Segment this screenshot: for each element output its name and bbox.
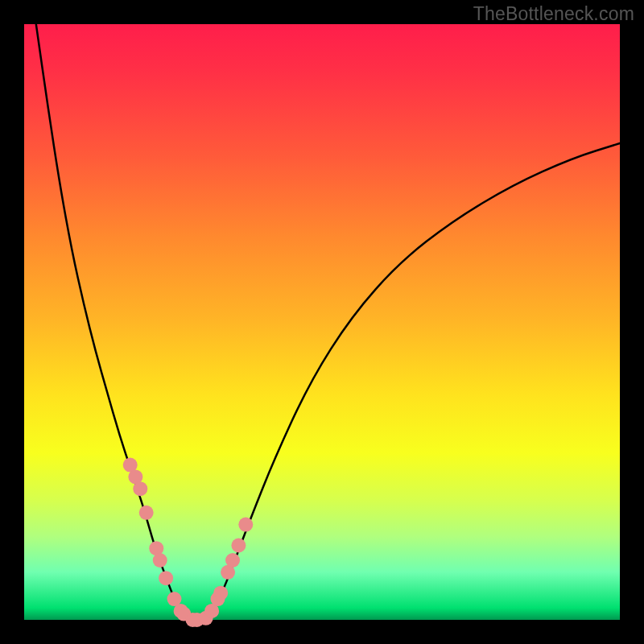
data-point [238, 518, 253, 532]
data-point [159, 571, 173, 585]
data-point [139, 506, 154, 520]
plot-area [24, 24, 620, 620]
points-group [123, 458, 254, 627]
curve-group [36, 24, 620, 620]
chart-frame: TheBottleneck.com [0, 0, 644, 644]
data-point [133, 481, 147, 496]
data-point [225, 553, 240, 568]
data-point [153, 553, 167, 568]
data-point [231, 539, 246, 553]
watermark-text: TheBottleneck.com [473, 3, 634, 25]
chart-svg [24, 24, 620, 620]
data-point [213, 586, 228, 601]
bottleneck-curve [36, 24, 620, 620]
